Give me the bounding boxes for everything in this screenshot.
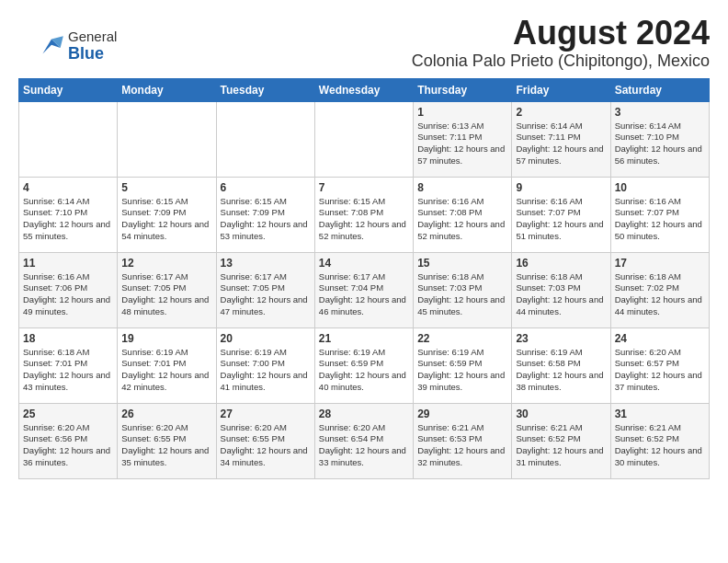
- cell-daylight-info: Sunrise: 6:19 AM Sunset: 6:58 PM Dayligh…: [516, 347, 606, 394]
- cell-daylight-info: Sunrise: 6:19 AM Sunset: 6:59 PM Dayligh…: [417, 347, 507, 394]
- cell-daylight-info: Sunrise: 6:14 AM Sunset: 7:11 PM Dayligh…: [516, 121, 606, 167]
- day-number: 3: [615, 106, 705, 119]
- day-number: 9: [516, 181, 606, 194]
- cell-daylight-info: Sunrise: 6:18 AM Sunset: 7:02 PM Dayligh…: [615, 271, 705, 318]
- day-number: 8: [417, 181, 507, 194]
- calendar-cell: [19, 101, 118, 177]
- day-number: 15: [417, 257, 507, 270]
- day-number: 25: [23, 408, 113, 420]
- calendar-cell: 8Sunrise: 6:16 AM Sunset: 7:08 PM Daylig…: [414, 177, 512, 252]
- logo-general-text: General: [68, 29, 117, 45]
- calendar-cell: 31Sunrise: 6:21 AM Sunset: 6:52 PM Dayli…: [610, 403, 709, 478]
- calendar-week-row-4: 18Sunrise: 6:18 AM Sunset: 7:01 PM Dayli…: [19, 327, 710, 403]
- day-number: 4: [23, 181, 113, 194]
- calendar-cell: 25Sunrise: 6:20 AM Sunset: 6:56 PM Dayli…: [19, 403, 118, 478]
- day-number: 16: [516, 257, 606, 270]
- calendar-cell: 28Sunrise: 6:20 AM Sunset: 6:54 PM Dayli…: [314, 403, 413, 478]
- cell-daylight-info: Sunrise: 6:17 AM Sunset: 7:04 PM Dayligh…: [319, 271, 409, 318]
- weekday-header-friday: Friday: [512, 78, 610, 101]
- day-number: 26: [121, 408, 211, 420]
- calendar-cell: 5Sunrise: 6:15 AM Sunset: 7:09 PM Daylig…: [118, 177, 216, 252]
- day-number: 11: [23, 257, 113, 270]
- calendar-cell: 11Sunrise: 6:16 AM Sunset: 7:06 PM Dayli…: [19, 252, 118, 327]
- cell-daylight-info: Sunrise: 6:21 AM Sunset: 6:52 PM Dayligh…: [516, 422, 606, 469]
- cell-daylight-info: Sunrise: 6:13 AM Sunset: 7:11 PM Dayligh…: [417, 121, 507, 167]
- day-number: 13: [221, 257, 311, 270]
- cell-daylight-info: Sunrise: 6:16 AM Sunset: 7:07 PM Dayligh…: [516, 196, 606, 243]
- calendar-cell: 24Sunrise: 6:20 AM Sunset: 6:57 PM Dayli…: [610, 327, 709, 403]
- cell-daylight-info: Sunrise: 6:18 AM Sunset: 7:03 PM Dayligh…: [516, 271, 606, 318]
- cell-daylight-info: Sunrise: 6:20 AM Sunset: 6:57 PM Dayligh…: [615, 347, 705, 394]
- day-number: 30: [516, 408, 606, 420]
- cell-daylight-info: Sunrise: 6:14 AM Sunset: 7:10 PM Dayligh…: [23, 196, 113, 243]
- calendar-cell: 16Sunrise: 6:18 AM Sunset: 7:03 PM Dayli…: [512, 252, 610, 327]
- day-number: 7: [319, 181, 409, 194]
- month-year-title: August 2024: [18, 15, 710, 52]
- calendar-cell: 10Sunrise: 6:16 AM Sunset: 7:07 PM Dayli…: [610, 177, 709, 252]
- cell-daylight-info: Sunrise: 6:20 AM Sunset: 6:54 PM Dayligh…: [319, 422, 409, 469]
- weekday-header-tuesday: Tuesday: [216, 78, 314, 101]
- cell-daylight-info: Sunrise: 6:14 AM Sunset: 7:10 PM Dayligh…: [615, 121, 705, 167]
- cell-daylight-info: Sunrise: 6:21 AM Sunset: 6:53 PM Dayligh…: [417, 422, 507, 469]
- weekday-header-saturday: Saturday: [610, 78, 709, 101]
- weekday-header-monday: Monday: [118, 78, 216, 101]
- logo: General Blue: [37, 29, 117, 63]
- cell-daylight-info: Sunrise: 6:19 AM Sunset: 7:00 PM Dayligh…: [221, 347, 311, 394]
- calendar-cell: 17Sunrise: 6:18 AM Sunset: 7:02 PM Dayli…: [610, 252, 709, 327]
- day-number: 31: [615, 408, 705, 420]
- calendar-table: SundayMondayTuesdayWednesdayThursdayFrid…: [18, 78, 710, 479]
- cell-daylight-info: Sunrise: 6:16 AM Sunset: 7:06 PM Dayligh…: [23, 271, 113, 318]
- calendar-cell: 20Sunrise: 6:19 AM Sunset: 7:00 PM Dayli…: [216, 327, 314, 403]
- calendar-cell: 9Sunrise: 6:16 AM Sunset: 7:07 PM Daylig…: [512, 177, 610, 252]
- calendar-week-row-1: 1Sunrise: 6:13 AM Sunset: 7:11 PM Daylig…: [19, 101, 710, 177]
- day-number: 2: [516, 106, 606, 119]
- header-section: August 2024 Colonia Palo Prieto (Chipito…: [18, 15, 710, 71]
- day-number: 29: [417, 408, 507, 420]
- calendar-week-row-5: 25Sunrise: 6:20 AM Sunset: 6:56 PM Dayli…: [19, 403, 710, 478]
- calendar-cell: 13Sunrise: 6:17 AM Sunset: 7:05 PM Dayli…: [216, 252, 314, 327]
- calendar-cell: 6Sunrise: 6:15 AM Sunset: 7:09 PM Daylig…: [216, 177, 314, 252]
- calendar-cell: 27Sunrise: 6:20 AM Sunset: 6:55 PM Dayli…: [216, 403, 314, 478]
- calendar-week-row-3: 11Sunrise: 6:16 AM Sunset: 7:06 PM Dayli…: [19, 252, 710, 327]
- day-number: 24: [615, 332, 705, 345]
- calendar-cell: 29Sunrise: 6:21 AM Sunset: 6:53 PM Dayli…: [414, 403, 512, 478]
- calendar-cell: 12Sunrise: 6:17 AM Sunset: 7:05 PM Dayli…: [118, 252, 216, 327]
- day-number: 6: [221, 181, 311, 194]
- day-number: 23: [516, 332, 606, 345]
- cell-daylight-info: Sunrise: 6:16 AM Sunset: 7:07 PM Dayligh…: [615, 196, 705, 243]
- calendar-cell: 22Sunrise: 6:19 AM Sunset: 6:59 PM Dayli…: [414, 327, 512, 403]
- calendar-cell: 3Sunrise: 6:14 AM Sunset: 7:10 PM Daylig…: [610, 101, 709, 177]
- day-number: 18: [23, 332, 113, 345]
- calendar-cell: 18Sunrise: 6:18 AM Sunset: 7:01 PM Dayli…: [19, 327, 118, 403]
- day-number: 1: [417, 106, 507, 119]
- cell-daylight-info: Sunrise: 6:15 AM Sunset: 7:08 PM Dayligh…: [319, 196, 409, 243]
- cell-daylight-info: Sunrise: 6:15 AM Sunset: 7:09 PM Dayligh…: [121, 196, 211, 243]
- calendar-week-row-2: 4Sunrise: 6:14 AM Sunset: 7:10 PM Daylig…: [19, 177, 710, 252]
- calendar-cell: 26Sunrise: 6:20 AM Sunset: 6:55 PM Dayli…: [118, 403, 216, 478]
- calendar-cell: 1Sunrise: 6:13 AM Sunset: 7:11 PM Daylig…: [414, 101, 512, 177]
- calendar-cell: 2Sunrise: 6:14 AM Sunset: 7:11 PM Daylig…: [512, 101, 610, 177]
- day-number: 14: [319, 257, 409, 270]
- cell-daylight-info: Sunrise: 6:19 AM Sunset: 7:01 PM Dayligh…: [121, 347, 211, 394]
- calendar-cell: 15Sunrise: 6:18 AM Sunset: 7:03 PM Dayli…: [414, 252, 512, 327]
- cell-daylight-info: Sunrise: 6:20 AM Sunset: 6:55 PM Dayligh…: [121, 422, 211, 469]
- day-number: 17: [615, 257, 705, 270]
- cell-daylight-info: Sunrise: 6:19 AM Sunset: 6:59 PM Dayligh…: [319, 347, 409, 394]
- day-number: 21: [319, 332, 409, 345]
- day-number: 19: [121, 332, 211, 345]
- calendar-cell: [216, 101, 314, 177]
- day-number: 22: [417, 332, 507, 345]
- day-number: 28: [319, 408, 409, 420]
- day-number: 27: [221, 408, 311, 420]
- weekday-header-row: SundayMondayTuesdayWednesdayThursdayFrid…: [19, 78, 710, 101]
- logo-bird-icon: [37, 33, 66, 59]
- day-number: 12: [121, 257, 211, 270]
- day-number: 5: [121, 181, 211, 194]
- calendar-cell: 21Sunrise: 6:19 AM Sunset: 6:59 PM Dayli…: [314, 327, 413, 403]
- day-number: 20: [221, 332, 311, 345]
- location-title: Colonia Palo Prieto (Chipitongo), Mexico: [18, 52, 710, 71]
- logo-blue-text: Blue: [68, 45, 117, 63]
- calendar-cell: 4Sunrise: 6:14 AM Sunset: 7:10 PM Daylig…: [19, 177, 118, 252]
- calendar-cell: 7Sunrise: 6:15 AM Sunset: 7:08 PM Daylig…: [314, 177, 413, 252]
- weekday-header-thursday: Thursday: [414, 78, 512, 101]
